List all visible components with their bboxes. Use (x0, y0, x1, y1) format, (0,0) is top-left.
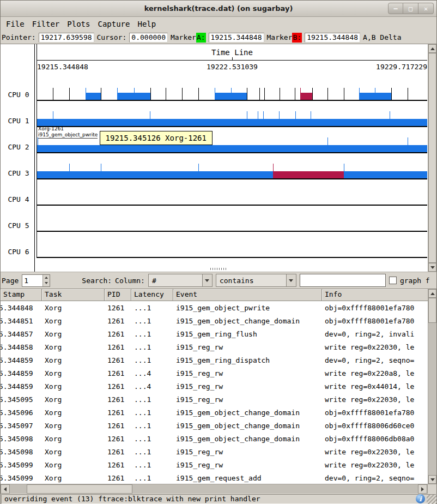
timeline-event-tick[interactable] (117, 88, 118, 100)
timeline-event-tick[interactable] (300, 88, 301, 100)
menu-file[interactable]: File (6, 20, 25, 28)
cpu0-plot[interactable] (37, 75, 427, 101)
header-event[interactable]: Event (173, 289, 322, 301)
menu-help[interactable]: Help (137, 20, 156, 28)
timeline-event-tick[interactable] (273, 164, 274, 171)
timeline-event-tick[interactable] (231, 88, 232, 100)
timeline-event-tick[interactable] (247, 88, 247, 100)
header-pid[interactable]: PID (105, 289, 131, 301)
table-vertical-scrollbar[interactable] (428, 289, 436, 484)
table-row[interactable]: 5.345099Xorg1261...1i915_gem_request_add… (1, 471, 429, 484)
scroll-right-button[interactable] (418, 484, 427, 494)
table-row[interactable]: 5.344848Xorg1261...1i915_gem_object_pwri… (1, 301, 429, 314)
graph-scrollbar-thumb[interactable] (428, 53, 436, 263)
timeline-event-tick[interactable] (150, 111, 150, 119)
scroll-up-button[interactable] (428, 289, 436, 298)
header-latency[interactable]: Latency (131, 289, 173, 301)
timeline-event-tick[interactable] (408, 88, 408, 100)
menu-capture[interactable]: Capture (98, 20, 130, 28)
header-task[interactable]: Task (42, 289, 105, 301)
timeline-span-blue[interactable] (37, 171, 427, 178)
timeline-event-tick[interactable] (53, 88, 53, 100)
table-row[interactable]: 5.345095Xorg1261...1i915_reg_rwwrite reg… (1, 393, 429, 406)
graph-vertical-scrollbar[interactable] (428, 44, 436, 272)
timeline-event-tick[interactable] (408, 137, 408, 145)
scroll-up-button[interactable] (428, 44, 436, 53)
timeline-event-tick[interactable] (198, 88, 199, 100)
graph-follows-checkbox[interactable] (389, 277, 397, 284)
timeline-event-tick[interactable] (101, 88, 101, 100)
timeline-event-tick[interactable] (263, 111, 264, 119)
timeline-event-tick[interactable] (69, 88, 70, 100)
cpu1-plot[interactable] (37, 101, 427, 127)
timeline-event-tick[interactable] (259, 88, 260, 100)
scroll-down-button[interactable] (428, 263, 436, 272)
timeline-event-tick[interactable] (390, 111, 390, 119)
timeline-event-tick[interactable] (295, 111, 296, 119)
table-row[interactable]: 5.345097Xorg1261...1i915_gem_object_chan… (1, 419, 429, 432)
timeline-event-tick[interactable] (258, 111, 258, 119)
timeline-event-tick[interactable] (280, 88, 280, 100)
timeline-event-tick[interactable] (86, 88, 86, 100)
timeline-event-tick[interactable] (391, 88, 392, 100)
table-row[interactable]: 5.344859Xorg1261...1i915_gem_ring_dispat… (1, 353, 429, 367)
resize-grip[interactable] (427, 495, 436, 504)
timeline-span-blue[interactable] (37, 145, 427, 152)
hscrollbar-trough[interactable] (10, 484, 418, 494)
scroll-down-button[interactable] (428, 475, 436, 484)
table-horizontal-scrollbar[interactable] (1, 484, 436, 494)
page-spinner[interactable]: 1 (22, 274, 50, 287)
table-row[interactable]: 5.344858Xorg1261...1i915_reg_rwwrite reg… (1, 340, 429, 353)
timeline-span-blue[interactable] (37, 119, 427, 126)
timeline-graph-area[interactable]: Time Line 19215.344848 19222.531039 1922… (1, 44, 436, 272)
timeline-event-tick[interactable] (344, 164, 344, 171)
header-info[interactable]: Info (322, 289, 429, 301)
timeline-event-tick[interactable] (134, 88, 135, 100)
table-row[interactable]: 5.344859Xorg1261...4i915_reg_rwwrite reg… (1, 367, 429, 380)
title-bar[interactable]: kernelshark(trace.dat) (on sugarbay) – □… (1, 1, 436, 17)
scroll-left-button[interactable] (1, 484, 10, 494)
table-row[interactable]: 5.345096Xorg1261...1i915_gem_object_chan… (1, 406, 429, 419)
timeline-event-tick[interactable] (295, 88, 295, 100)
column-dropdown[interactable]: # (148, 274, 213, 287)
cpu4-plot[interactable] (37, 179, 427, 206)
timeline-event-tick[interactable] (150, 88, 151, 100)
timeline-event-tick[interactable] (312, 88, 313, 100)
timeline-event-tick[interactable] (327, 137, 328, 145)
timeline-event-tick[interactable] (264, 88, 265, 100)
table-row[interactable]: 5.345098Xorg1261...1i915_reg_rwwrite reg… (1, 445, 429, 458)
close-button[interactable]: ✕ (418, 3, 434, 14)
timeline-span-red[interactable] (273, 171, 344, 178)
timeline-event-tick[interactable] (69, 164, 70, 171)
table-row[interactable]: 5.344851Xorg1261...1i915_gem_object_chan… (1, 314, 429, 327)
menu-filter[interactable]: Filter (32, 20, 60, 28)
table-scrollbar-trough[interactable] (428, 323, 436, 475)
cpu6-plot[interactable] (37, 232, 427, 258)
match-dropdown[interactable]: contains (216, 274, 296, 287)
timeline-event-tick[interactable] (279, 111, 280, 119)
timeline-span-blue[interactable] (86, 93, 101, 100)
cpu3-plot[interactable] (37, 153, 427, 179)
search-input[interactable] (300, 274, 386, 287)
menu-plots[interactable]: Plots (67, 20, 90, 28)
timeline-event-tick[interactable] (327, 88, 328, 100)
timeline-event-tick[interactable] (182, 88, 183, 100)
table-scrollbar-thumb[interactable] (428, 298, 436, 323)
header-stamp[interactable]: Stamp (1, 289, 42, 301)
table-row[interactable]: 5.344859Xorg1261...4i915_reg_rwwrite reg… (1, 380, 429, 393)
timeline-event-tick[interactable] (375, 88, 375, 100)
timeline-event-tick[interactable] (359, 88, 360, 100)
table-row[interactable]: 5.344857Xorg1261...1i915_gem_ring_flushd… (1, 327, 429, 340)
timeline-event-tick[interactable] (311, 111, 311, 119)
hscrollbar-thumb[interactable] (27, 484, 132, 494)
timeline-event-tick[interactable] (215, 88, 215, 100)
maximize-button[interactable]: □ (403, 3, 418, 14)
timeline-event-tick[interactable] (38, 137, 38, 145)
pane-resize-handle[interactable] (210, 268, 227, 270)
timeline-event-tick[interactable] (198, 164, 199, 171)
timeline-event-tick[interactable] (101, 164, 101, 171)
minimize-button[interactable]: – (388, 3, 403, 14)
table-row[interactable]: 5.345098Xorg1261...1i915_gem_object_chan… (1, 432, 429, 445)
page-increment-button[interactable] (43, 275, 50, 281)
timeline-span-red[interactable] (300, 93, 312, 100)
